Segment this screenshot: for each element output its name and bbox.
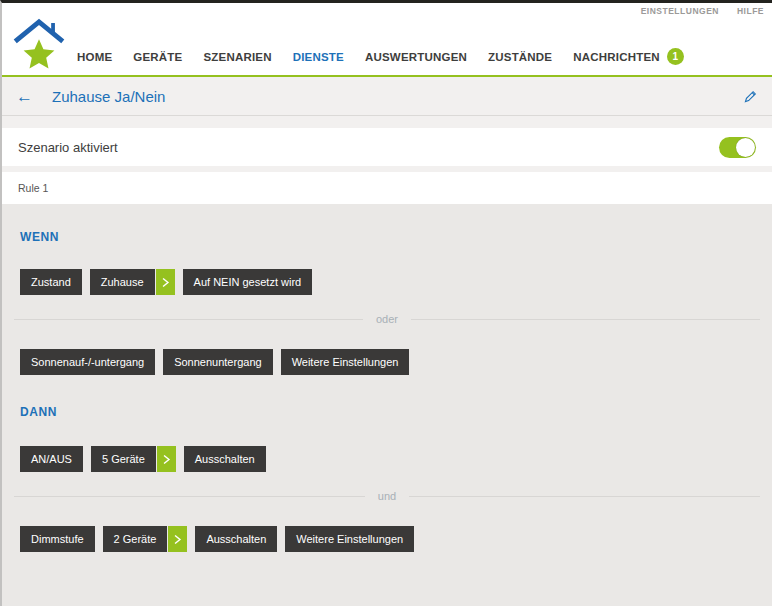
rule-name-row[interactable]: Rule 1: [2, 172, 772, 204]
dim-devices-button[interactable]: 2 Geräte: [103, 526, 168, 552]
dim-devices-compound: 2 Geräte: [103, 526, 188, 552]
edit-button[interactable]: [743, 89, 758, 104]
page-title: Zuhause Ja/Nein: [52, 88, 165, 105]
rule-editor: WENN Zustand Zuhause Auf NEIN gesetzt wi…: [2, 204, 772, 606]
oder-label: oder: [376, 313, 398, 325]
action-type-button[interactable]: AN/AUS: [20, 446, 83, 472]
main-nav: HOME GERÄTE SZENARIEN DIENSTE AUSWERTUNG…: [77, 48, 684, 65]
dann-second-action-row: Dimmstufe 2 Geräte Ausschalten Weitere E…: [20, 526, 754, 552]
divider-line: [14, 496, 365, 497]
chevron-right-icon[interactable]: [168, 526, 187, 552]
app-window: EINSTELLUNGEN HILFE HOME GERÄTE SZENARIE…: [0, 0, 772, 606]
nav-item-nachrichten[interactable]: NACHRICHTEN 1: [573, 48, 684, 65]
action-devices-compound: 5 Geräte: [91, 446, 176, 472]
oder-divider: oder: [2, 313, 772, 325]
pencil-icon: [743, 89, 758, 104]
nav-item-home[interactable]: HOME: [77, 51, 112, 63]
und-label: und: [378, 490, 396, 502]
nav-item-szenarien[interactable]: SZENARIEN: [203, 51, 271, 63]
topbar-links: EINSTELLUNGEN HILFE: [641, 6, 764, 16]
wenn-alt-condition-row: Sonnenauf-/-untergang Sonnenuntergang We…: [20, 349, 754, 375]
dann-action-row: AN/AUS 5 Geräte Ausschalten: [20, 446, 754, 472]
condition-value-button[interactable]: Auf NEIN gesetzt wird: [183, 269, 313, 295]
divider-line: [409, 496, 760, 497]
more-settings-button[interactable]: Weitere Einstellungen: [285, 526, 414, 552]
more-settings-button[interactable]: Weitere Einstellungen: [281, 349, 410, 375]
app-header: EINSTELLUNGEN HILFE HOME GERÄTE SZENARIE…: [2, 3, 772, 77]
titlebar: ← Zuhause Ja/Nein: [2, 77, 772, 116]
sun-trigger-button[interactable]: Sonnenauf-/-untergang: [20, 349, 155, 375]
rule-name-label: Rule 1: [18, 182, 48, 194]
divider-line: [411, 319, 760, 320]
divider-line: [14, 319, 363, 320]
action-value-button[interactable]: Ausschalten: [184, 446, 266, 472]
back-arrow-icon[interactable]: ←: [16, 88, 33, 105]
house-star-icon: [12, 11, 66, 75]
scenario-activated-label: Szenario aktiviert: [18, 140, 118, 155]
sunset-button[interactable]: Sonnenuntergang: [163, 349, 272, 375]
nav-item-geraete[interactable]: GERÄTE: [133, 51, 182, 63]
action-devices-button[interactable]: 5 Geräte: [91, 446, 156, 472]
condition-target-button[interactable]: Zuhause: [90, 269, 155, 295]
dann-heading: DANN: [20, 405, 754, 419]
dim-value-button[interactable]: Ausschalten: [195, 526, 277, 552]
scenario-toggle[interactable]: [719, 137, 756, 158]
nav-item-dienste[interactable]: DIENSTE: [293, 51, 344, 63]
notification-badge: 1: [667, 48, 684, 65]
scenario-activated-row: Szenario aktiviert: [2, 128, 772, 166]
dim-level-button[interactable]: Dimmstufe: [20, 526, 95, 552]
wenn-heading: WENN: [20, 230, 754, 244]
chevron-right-icon[interactable]: [157, 446, 176, 472]
nav-item-auswertungen[interactable]: AUSWERTUNGEN: [365, 51, 467, 63]
settings-link[interactable]: EINSTELLUNGEN: [641, 6, 719, 16]
home-logo[interactable]: [12, 11, 66, 75]
condition-target-compound: Zuhause: [90, 269, 175, 295]
nav-item-zustaende[interactable]: ZUSTÄNDE: [488, 51, 552, 63]
wenn-condition-row: Zustand Zuhause Auf NEIN gesetzt wird: [20, 269, 754, 295]
help-link[interactable]: HILFE: [737, 6, 764, 16]
toggle-knob: [736, 138, 755, 157]
und-divider: und: [2, 490, 772, 502]
condition-type-button[interactable]: Zustand: [20, 269, 82, 295]
chevron-right-icon[interactable]: [156, 269, 175, 295]
nav-item-label: NACHRICHTEN: [573, 51, 660, 63]
